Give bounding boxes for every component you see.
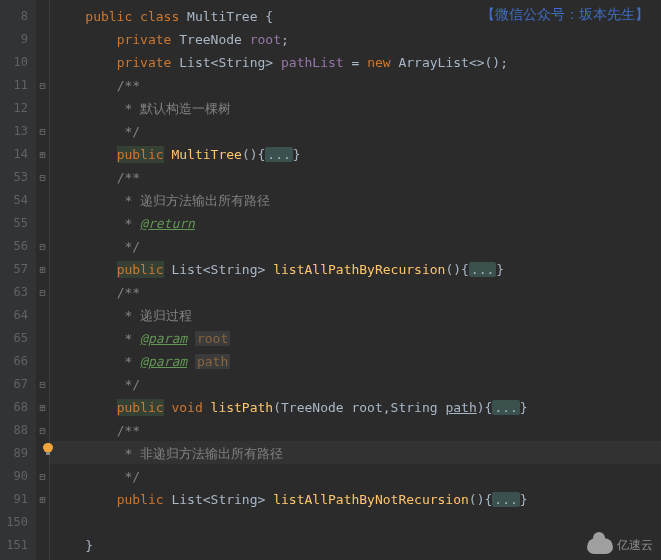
fold-column: ⊟⊟⊞⊟⊟⊞⊟⊟⊞⊟⊟⊞ [36, 0, 50, 560]
line-number: 65 [0, 327, 36, 350]
fold-spacer [36, 5, 49, 28]
keyword-public: public [85, 9, 132, 24]
doc-open: /** [117, 78, 140, 93]
line-number: 66 [0, 350, 36, 373]
line-number: 63 [0, 281, 36, 304]
lightbulb-icon[interactable] [41, 442, 55, 456]
line-number: 88 [0, 419, 36, 442]
line-number: 55 [0, 212, 36, 235]
line-number: 8 [0, 5, 36, 28]
folded-region[interactable]: ... [265, 147, 292, 162]
line-number: 67 [0, 373, 36, 396]
keyword-class: class [140, 9, 179, 24]
fold-collapse-icon[interactable]: ⊟ [36, 465, 49, 488]
line-number: 9 [0, 28, 36, 51]
line-number: 89 [0, 442, 36, 465]
line-number: 57 [0, 258, 36, 281]
code-editor: 8910111213145354555657636465666768888990… [0, 0, 661, 560]
class-name: MultiTree [187, 9, 257, 24]
fold-collapse-icon[interactable]: ⊟ [36, 74, 49, 97]
code-area[interactable]: public class MultiTree { private TreeNod… [50, 0, 661, 560]
fold-spacer [36, 28, 49, 51]
fold-expand-icon[interactable]: ⊞ [36, 258, 49, 281]
method-listPath: listPath [211, 400, 274, 415]
fold-spacer [36, 51, 49, 74]
line-number: 13 [0, 120, 36, 143]
fold-spacer [36, 350, 49, 373]
method-listAllPathByNotRecursion: listAllPathByNotRecursion [273, 492, 469, 507]
line-number: 14 [0, 143, 36, 166]
line-number: 12 [0, 97, 36, 120]
folded-region[interactable]: ... [469, 262, 496, 277]
fold-spacer [36, 212, 49, 235]
line-number-gutter: 8910111213145354555657636465666768888990… [0, 0, 36, 560]
fold-expand-icon[interactable]: ⊞ [36, 488, 49, 511]
line-number: 56 [0, 235, 36, 258]
fold-collapse-icon[interactable]: ⊟ [36, 419, 49, 442]
fold-spacer [36, 327, 49, 350]
fold-collapse-icon[interactable]: ⊟ [36, 166, 49, 189]
fold-collapse-icon[interactable]: ⊟ [36, 235, 49, 258]
constructor: MultiTree [171, 147, 241, 162]
fold-spacer [36, 97, 49, 120]
field-root: root [250, 32, 281, 47]
doc-param-tag: @param [140, 331, 187, 346]
line-number: 10 [0, 51, 36, 74]
line-number: 90 [0, 465, 36, 488]
line-number: 150 [0, 511, 36, 534]
line-number: 64 [0, 304, 36, 327]
line-number: 54 [0, 189, 36, 212]
fold-collapse-icon[interactable]: ⊟ [36, 120, 49, 143]
fold-expand-icon[interactable]: ⊞ [36, 396, 49, 419]
field-pathList: pathList [281, 55, 344, 70]
fold-spacer [36, 189, 49, 212]
fold-expand-icon[interactable]: ⊞ [36, 143, 49, 166]
folded-region[interactable]: ... [492, 492, 519, 507]
line-number: 151 [0, 534, 36, 557]
method-listAllPathByRecursion: listAllPathByRecursion [273, 262, 445, 277]
line-number: 53 [0, 166, 36, 189]
line-number: 91 [0, 488, 36, 511]
svg-rect-0 [46, 452, 50, 455]
folded-region[interactable]: ... [492, 400, 519, 415]
doc-return-tag: @return [140, 216, 195, 231]
fold-spacer [36, 534, 49, 557]
fold-collapse-icon[interactable]: ⊟ [36, 373, 49, 396]
fold-spacer [36, 304, 49, 327]
fold-collapse-icon[interactable]: ⊟ [36, 281, 49, 304]
doc-text: 默认构造一棵树 [140, 101, 231, 116]
line-number: 68 [0, 396, 36, 419]
fold-spacer [36, 511, 49, 534]
line-number: 11 [0, 74, 36, 97]
